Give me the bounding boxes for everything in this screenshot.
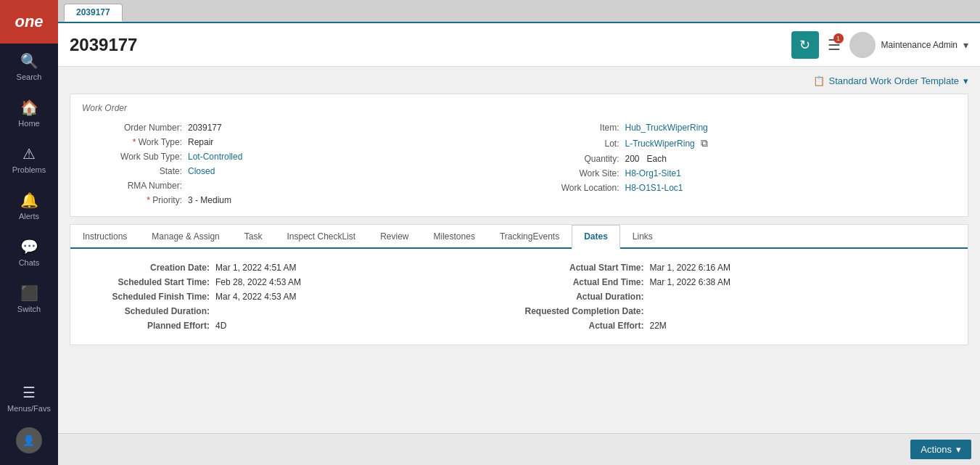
refresh-icon: ↻	[799, 37, 810, 53]
template-dropdown-icon: ▾	[963, 75, 968, 86]
wo-field-item: Item: Hub_TruckWiperRing	[531, 120, 945, 135]
wo-label-quantity: Quantity:	[531, 154, 625, 164]
date-sched-start-label: Scheduled Start Time:	[85, 277, 215, 287]
date-actual-start-label: Actual Start Time:	[519, 263, 650, 273]
page-title: 2039177	[70, 35, 137, 55]
wo-label-order-number: Order Number:	[94, 123, 188, 133]
refresh-button[interactable]: ↻	[791, 31, 819, 59]
wo-right-col: Item: Hub_TruckWiperRing Lot: L-TruckWip…	[519, 120, 957, 207]
date-actual-start: Actual Start Time: Mar 1, 2022 6:16 AM	[519, 260, 954, 275]
copy-icon[interactable]: ⧉	[701, 137, 708, 149]
date-requested-completion-label: Requested Completion Date:	[519, 306, 650, 316]
wo-value-work-site[interactable]: H8-Org1-Site1	[625, 168, 681, 178]
sidebar-bottom: ☰ Menus/Favs 👤	[7, 375, 51, 465]
wo-value-quantity: 200 Each	[625, 154, 667, 164]
wo-field-quantity: Quantity: 200 Each	[531, 152, 945, 166]
sidebar-item-label: Home	[18, 119, 39, 128]
date-sched-start: Scheduled Start Time: Feb 28, 2022 4:53 …	[85, 275, 519, 289]
section-tabs-panel: Instructions Manage & Assign Task Inspec…	[70, 224, 968, 345]
tab-instructions[interactable]: Instructions	[70, 225, 139, 247]
wo-value-item[interactable]: Hub_TruckWiperRing	[625, 123, 708, 133]
content-area: 📋 Standard Work Order Template ▾ Work Or…	[58, 67, 980, 433]
user-dropdown-arrow[interactable]: ▾	[963, 39, 968, 51]
user-avatar-sidebar[interactable]: 👤	[16, 427, 42, 453]
date-actual-start-value: Mar 1, 2022 6:16 AM	[650, 263, 730, 273]
tab-manage-assign[interactable]: Manage & Assign	[139, 225, 231, 247]
sidebar-item-search[interactable]: 🔍 Search	[0, 44, 58, 90]
main-tab[interactable]: 2039177	[64, 4, 123, 22]
sidebar-item-alerts[interactable]: 🔔 Alerts	[0, 183, 58, 229]
sidebar-item-switch[interactable]: ⬛ Switch	[0, 276, 58, 322]
date-sched-finish-label: Scheduled Finish Time:	[85, 292, 215, 302]
date-sched-duration: Scheduled Duration:	[85, 304, 519, 318]
date-actual-end: Actual End Time: Mar 1, 2022 6:38 AM	[519, 275, 954, 289]
sidebar-item-label: Chats	[19, 258, 40, 267]
wo-field-work-sub-type: Work Sub Type: Lot-Controlled	[94, 149, 508, 164]
date-sched-duration-label: Scheduled Duration:	[85, 306, 215, 316]
wo-label-work-sub-type: Work Sub Type:	[94, 152, 188, 162]
user-area: Maintenance Admin ▾	[849, 32, 968, 58]
main-content: 2039177 2039177 ↻ ☰ 1 Maintenance Admin …	[58, 0, 980, 465]
actions-dropdown-icon: ▾	[956, 444, 961, 455]
sidebar-item-home[interactable]: 🏠 Home	[0, 90, 58, 136]
wo-value-state[interactable]: Closed	[188, 166, 215, 176]
sidebar-item-label: Menus/Favs	[7, 404, 51, 413]
sidebar-item-chats[interactable]: 💬 Chats	[0, 229, 58, 276]
template-bar: 📋 Standard Work Order Template ▾	[70, 75, 968, 86]
tab-links[interactable]: Links	[620, 225, 665, 247]
wo-field-order-number: Order Number: 2039177	[94, 120, 508, 135]
actions-label: Actions	[921, 444, 952, 455]
home-icon: 🏠	[20, 99, 38, 116]
date-requested-completion: Requested Completion Date:	[519, 304, 954, 318]
sidebar-item-label: Search	[17, 73, 42, 81]
dates-left: Creation Date: Mar 1, 2022 4:51 AM Sched…	[85, 260, 519, 333]
tab-task[interactable]: Task	[232, 225, 275, 247]
tab-dates[interactable]: Dates	[572, 225, 620, 249]
main-tab-label: 2039177	[76, 7, 110, 17]
wo-label-state: State:	[94, 166, 188, 176]
date-actual-effort: Actual Effort: 22M	[519, 318, 954, 333]
section-tab-list: Instructions Manage & Assign Task Inspec…	[70, 225, 968, 249]
tab-tracking-events[interactable]: TrackingEvents	[487, 225, 572, 247]
wo-value-work-sub-type[interactable]: Lot-Controlled	[188, 152, 242, 162]
user-name: Maintenance Admin	[881, 40, 958, 50]
wo-value-work-type: Repair	[188, 137, 213, 147]
wo-field-work-type: Work Type: Repair	[94, 135, 508, 149]
date-creation: Creation Date: Mar 1, 2022 4:51 AM	[85, 260, 519, 275]
sidebar: one 🔍 Search 🏠 Home ⚠ Problems 🔔 Alerts …	[0, 0, 58, 465]
warning-icon: ⚠	[22, 145, 36, 162]
sidebar-item-menus[interactable]: ☰ Menus/Favs	[7, 375, 51, 421]
tab-review[interactable]: Review	[368, 225, 421, 247]
template-button[interactable]: 📋 Standard Work Order Template ▾	[813, 75, 968, 86]
tab-inspect-checklist[interactable]: Inspect CheckList	[274, 225, 368, 247]
page-header: 2039177 ↻ ☰ 1 Maintenance Admin ▾	[58, 23, 980, 67]
app-logo[interactable]: one	[0, 0, 58, 44]
user-avatar	[849, 32, 876, 58]
sidebar-item-label: Problems	[12, 165, 46, 174]
wo-value-priority: 3 - Medium	[188, 195, 231, 205]
wo-value-work-location[interactable]: H8-O1S1-Loc1	[625, 183, 683, 193]
sidebar-item-label: Switch	[17, 305, 41, 313]
date-actual-effort-label: Actual Effort:	[519, 321, 650, 331]
tab-milestones[interactable]: Milestones	[421, 225, 487, 247]
sidebar-item-problems[interactable]: ⚠ Problems	[0, 136, 58, 183]
wo-label-lot: Lot:	[531, 139, 625, 149]
wo-field-lot: Lot: L-TruckWiperRing ⧉	[531, 135, 945, 152]
actions-button[interactable]: Actions ▾	[910, 440, 971, 459]
wo-value-lot[interactable]: L-TruckWiperRing	[625, 139, 695, 149]
date-actual-end-value: Mar 1, 2022 6:38 AM	[650, 277, 730, 287]
wo-label-priority: Priority:	[94, 195, 188, 205]
panel-title: Work Order	[82, 103, 956, 113]
avatar-icon: 👤	[22, 435, 35, 446]
notification-button[interactable]: ☰ 1	[828, 36, 841, 54]
wo-value-order-number: 2039177	[188, 123, 222, 133]
work-order-grid: Order Number: 2039177 Work Type: Repair …	[82, 120, 956, 207]
logo-text: one	[15, 12, 43, 31]
date-creation-value: Mar 1, 2022 4:51 AM	[215, 263, 296, 273]
date-planned-effort-value: 4D	[215, 321, 226, 331]
wo-field-state: State: Closed	[94, 164, 508, 178]
wo-label-item: Item:	[531, 123, 625, 133]
date-creation-label: Creation Date:	[85, 263, 215, 273]
date-actual-effort-value: 22M	[650, 321, 667, 331]
date-actual-duration-label: Actual Duration:	[519, 292, 650, 302]
